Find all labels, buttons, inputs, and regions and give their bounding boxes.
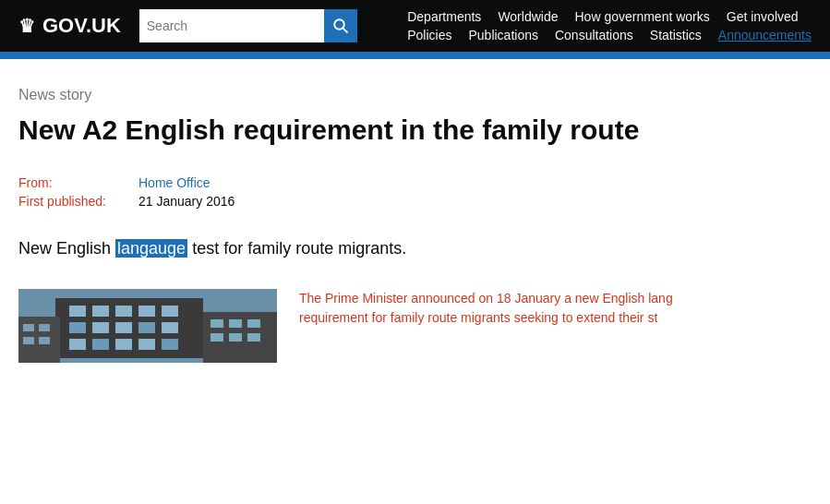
svg-point-0 bbox=[334, 19, 344, 30]
svg-rect-8 bbox=[162, 306, 178, 317]
nav-consultations[interactable]: Consultations bbox=[555, 28, 633, 42]
nav-announcements[interactable]: Announcements bbox=[718, 28, 812, 42]
svg-rect-21 bbox=[39, 324, 50, 331]
svg-rect-14 bbox=[69, 339, 86, 350]
article-meta: From: Home Office First published: 21 Ja… bbox=[18, 175, 683, 209]
nav-get-involved[interactable]: Get involved bbox=[727, 9, 799, 24]
from-label: From: bbox=[18, 175, 138, 190]
svg-rect-13 bbox=[162, 322, 178, 333]
summary-highlight: langauge bbox=[115, 239, 187, 258]
svg-rect-7 bbox=[138, 306, 155, 317]
published-row: First published: 21 January 2016 bbox=[18, 194, 683, 209]
main-nav: Departments Worldwide How government wor… bbox=[407, 9, 812, 42]
svg-rect-11 bbox=[115, 322, 132, 333]
article-summary: New English langauge test for family rou… bbox=[18, 236, 683, 261]
main-content: News story New A2 English requirement in… bbox=[0, 59, 702, 381]
blue-bar bbox=[0, 52, 830, 59]
nav-how-government-works[interactable]: How government works bbox=[574, 9, 709, 24]
bottom-section: The Prime Minister announced on 18 Janua… bbox=[18, 289, 683, 363]
nav-policies[interactable]: Policies bbox=[407, 28, 451, 42]
svg-rect-15 bbox=[92, 339, 109, 350]
search-input[interactable] bbox=[139, 9, 324, 42]
svg-rect-28 bbox=[211, 333, 223, 342]
search-button[interactable] bbox=[324, 9, 357, 42]
svg-rect-25 bbox=[211, 319, 223, 328]
svg-rect-9 bbox=[69, 322, 86, 333]
article-title: New A2 English requirement in the family… bbox=[18, 113, 683, 148]
published-label: First published: bbox=[18, 194, 138, 209]
crown-icon: ♛ bbox=[18, 15, 35, 37]
summary-before: New English bbox=[18, 239, 115, 258]
article-excerpt: The Prime Minister announced on 18 Janua… bbox=[299, 289, 683, 328]
article-type: News story bbox=[18, 87, 683, 103]
nav-statistics[interactable]: Statistics bbox=[650, 28, 702, 42]
site-logo[interactable]: ♛ GOV.UK bbox=[18, 14, 121, 38]
svg-rect-12 bbox=[138, 322, 155, 333]
svg-rect-17 bbox=[138, 339, 155, 350]
nav-departments[interactable]: Departments bbox=[407, 9, 481, 24]
svg-rect-30 bbox=[247, 333, 260, 342]
search-area bbox=[139, 9, 357, 42]
from-row: From: Home Office bbox=[18, 175, 683, 190]
published-value: 21 January 2016 bbox=[138, 194, 235, 209]
building-illustration bbox=[18, 289, 277, 363]
nav-worldwide[interactable]: Worldwide bbox=[498, 9, 558, 24]
svg-rect-29 bbox=[229, 333, 242, 342]
site-header: ♛ GOV.UK Departments Worldwide How gover… bbox=[0, 0, 830, 52]
svg-rect-23 bbox=[39, 337, 50, 344]
svg-rect-18 bbox=[162, 339, 178, 350]
svg-rect-27 bbox=[247, 319, 260, 328]
svg-rect-16 bbox=[115, 339, 132, 350]
svg-rect-10 bbox=[92, 322, 109, 333]
svg-rect-4 bbox=[69, 306, 86, 317]
nav-row-1: Departments Worldwide How government wor… bbox=[407, 9, 812, 24]
svg-line-1 bbox=[343, 29, 347, 33]
nav-publications[interactable]: Publications bbox=[468, 28, 538, 42]
article-image bbox=[18, 289, 277, 363]
search-icon bbox=[332, 18, 349, 34]
svg-rect-20 bbox=[23, 324, 34, 331]
summary-after: test for family route migrants. bbox=[187, 239, 406, 258]
svg-rect-22 bbox=[23, 337, 34, 344]
svg-rect-5 bbox=[92, 306, 109, 317]
nav-row-2: Policies Publications Consultations Stat… bbox=[407, 28, 812, 42]
excerpt-text[interactable]: The Prime Minister announced on 18 Janua… bbox=[299, 291, 673, 325]
logo-text: GOV.UK bbox=[42, 14, 121, 38]
svg-rect-26 bbox=[229, 319, 242, 328]
svg-rect-6 bbox=[115, 306, 132, 317]
from-value[interactable]: Home Office bbox=[138, 175, 211, 190]
